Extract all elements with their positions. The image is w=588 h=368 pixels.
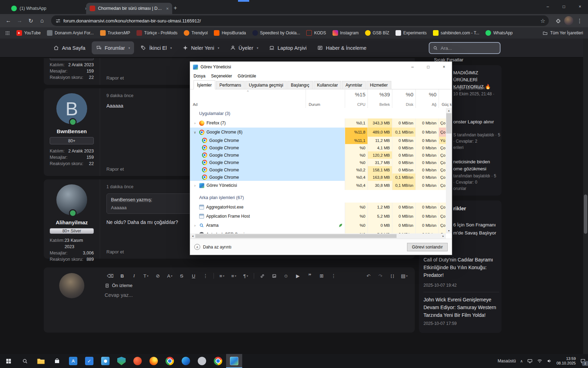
- list-icon[interactable]: ≡▾: [216, 272, 227, 280]
- page-scrollbar[interactable]: [583, 39, 588, 354]
- forum-search-input[interactable]: Ara...: [429, 42, 500, 54]
- bookmark-hepsiburada[interactable]: HepsiBurada: [214, 30, 246, 36]
- minimize-button[interactable]: –: [405, 62, 420, 72]
- taskbar-chrome-2[interactable]: [210, 354, 226, 368]
- apps-grid-icon[interactable]: [5, 30, 10, 36]
- italic-icon[interactable]: I: [128, 272, 140, 280]
- extensions-puzzle-icon[interactable]: [553, 16, 563, 26]
- taskbar-todo[interactable]: ✓: [81, 354, 97, 368]
- window-minimize-button[interactable]: –: [540, 0, 556, 13]
- bookmark-promods[interactable]: Türkçe - ProMods: [136, 30, 177, 36]
- image-icon[interactable]: [268, 272, 280, 280]
- menu-goruntule[interactable]: Görüntüle: [235, 74, 259, 79]
- tab-whatsapp[interactable]: (1) WhatsApp ×: [8, 3, 91, 14]
- collapse-icon[interactable]: ∨: [193, 130, 197, 134]
- bookmark-trendyol[interactable]: Trendyol: [184, 30, 208, 36]
- home-icon[interactable]: ⌂: [37, 16, 47, 26]
- tab-performans[interactable]: Performans: [216, 81, 245, 89]
- tab-islemler[interactable]: İşlemler: [194, 80, 215, 89]
- smiley-icon[interactable]: ☺: [280, 272, 292, 280]
- maximize-button[interactable]: □: [420, 62, 436, 72]
- bookmark-instagram[interactable]: Instagram: [332, 30, 359, 36]
- volume-icon[interactable]: [547, 358, 552, 364]
- nav-ikinci-el[interactable]: İkinci El ▾: [136, 41, 176, 54]
- nav-ana-sayfa[interactable]: Ana Sayfa: [49, 41, 90, 54]
- sidebar-teaser[interactable]: 6 İçin Son Fragmanı: [453, 222, 496, 229]
- scroll-left-icon[interactable]: ◄: [190, 233, 195, 239]
- bookmark-youtube[interactable]: ▶YouTube: [16, 30, 41, 36]
- reply-input[interactable]: Cevap yaz...: [105, 292, 410, 298]
- process-row[interactable]: › Arama %0 0 MB 0 MB/sn 0 Mb/sn Ço: [190, 221, 446, 230]
- process-row-child[interactable]: Google Chrome %0 31,7 MB 0 MB/sn 0 Mb/sn…: [190, 159, 446, 166]
- expander-icon[interactable]: ›: [193, 184, 197, 188]
- sidebar-item-title[interactable]: onster Laptop alınır: [453, 118, 502, 125]
- new-tab-button[interactable]: +: [171, 4, 180, 13]
- nav-laptop-arsivi[interactable]: Laptop Arşivi: [265, 41, 311, 54]
- bold-icon[interactable]: B: [117, 272, 128, 280]
- redo-icon[interactable]: ↷: [375, 272, 386, 280]
- quote-icon[interactable]: ”: [304, 272, 315, 280]
- end-task-button[interactable]: Görevi sonlandır: [407, 243, 448, 251]
- network-icon[interactable]: [537, 358, 542, 364]
- scrollbar-thumb[interactable]: [446, 113, 451, 134]
- nav-uyeler[interactable]: Üyeler ▾: [226, 41, 262, 54]
- scroll-up-icon[interactable]: ▲: [446, 108, 452, 113]
- address-bar[interactable]: forum.donanimarsivi.com/konu/chormedan-b…: [51, 15, 549, 26]
- close-button[interactable]: ×: [436, 62, 452, 72]
- process-row-child[interactable]: Google Chrome %0 4,1 MB 0 MB/sn 0 Mb/sn …: [190, 144, 446, 151]
- taskbar-app-gray[interactable]: [194, 354, 210, 368]
- scroll-right-icon[interactable]: ►: [441, 233, 446, 239]
- browser-menu-icon[interactable]: ⋮: [575, 16, 584, 26]
- process-row[interactable]: ›Autodesk CER Service %0 7,8 MB 0 MB/sn …: [190, 230, 446, 233]
- profile-avatar[interactable]: [564, 16, 573, 25]
- fewer-details-button[interactable]: ∧ Daha az ayrıntı: [194, 244, 231, 250]
- username[interactable]: Alihanyilmaz: [56, 219, 88, 225]
- column-power[interactable]: Güç k: [439, 89, 452, 108]
- layout-icon[interactable]: ▤▾: [399, 272, 410, 280]
- taskbar-chrome[interactable]: [162, 354, 178, 368]
- scroll-down-icon[interactable]: ▼: [446, 228, 452, 233]
- tune-icon[interactable]: [55, 18, 61, 23]
- bookmark-whatsapp[interactable]: WhatsApp: [485, 30, 512, 36]
- tab-kullanicilar[interactable]: Kullanıcılar: [314, 81, 341, 89]
- start-button[interactable]: [0, 354, 17, 368]
- taskbar-task-manager[interactable]: [226, 354, 242, 368]
- all-bookmarks-button[interactable]: Tüm Yer İşaretleri: [542, 30, 583, 36]
- quote-author[interactable]: BwnBensen yazmış:: [111, 197, 152, 202]
- process-row-child[interactable]: Google Chrome %0 120,2 MB 0 MB/sn 0 Mb/s…: [190, 151, 446, 159]
- news-item-title[interactable]: John Wick Evreni Genişlemeye Devam Ediyo…: [424, 296, 501, 319]
- news-item-title[interactable]: Call of Duty'nin Cadılar Bayramı Etkinli…: [424, 256, 499, 279]
- scrollbar-thumb[interactable]: [584, 195, 587, 234]
- underline-icon[interactable]: U: [188, 272, 199, 280]
- tab-baslangic[interactable]: Başlangıç: [287, 81, 313, 89]
- expander-icon[interactable]: ›: [193, 121, 197, 125]
- preview-button[interactable]: Ön izleme: [105, 283, 410, 288]
- sidebar-teaser[interactable]: m'de Savaş Başlıyor: [453, 230, 496, 237]
- hidden-icons-chevron[interactable]: ∧: [520, 359, 523, 363]
- undo-icon[interactable]: ↶: [363, 272, 374, 280]
- nav-haber-inceleme[interactable]: Haber & İnceleme: [313, 41, 371, 54]
- vertical-scrollbar[interactable]: ▲ ▼: [446, 108, 452, 233]
- process-row-child[interactable]: Google Chrome %11,1 11,2 MB 0 MB/sn 0 Mb…: [190, 137, 446, 144]
- process-row-child[interactable]: Google Chrome %0,4 163,8 MB 0,1 MB/sn 0 …: [190, 173, 446, 181]
- avatar[interactable]: [59, 273, 84, 298]
- text-color-icon[interactable]: A▾: [164, 272, 175, 280]
- taskbar-defender[interactable]: [113, 354, 130, 368]
- taskbar-file-explorer[interactable]: [33, 354, 49, 368]
- taskbar-edge[interactable]: [178, 354, 194, 368]
- table-icon[interactable]: ⊞: [316, 272, 327, 280]
- nav-forumlar[interactable]: Forumlar ▾: [92, 41, 134, 54]
- scrollbar-thumb[interactable]: [195, 234, 397, 238]
- font-size-icon[interactable]: T▾: [140, 272, 152, 280]
- column-cpu[interactable]: %15CPU: [345, 89, 368, 108]
- more-insert-icon[interactable]: ⋮: [328, 272, 339, 280]
- code-icon[interactable]: [ ]: [387, 272, 398, 280]
- tab-close-icon[interactable]: ×: [166, 6, 169, 11]
- action-center-button[interactable]: 2: [580, 358, 586, 364]
- taskbar-photos[interactable]: [97, 354, 113, 368]
- bookmark-gsb[interactable]: GSB BİZ: [365, 30, 389, 36]
- reload-icon[interactable]: ↻: [26, 16, 36, 26]
- bookmark-truckersmp[interactable]: TruckersMP: [100, 30, 130, 36]
- link-icon[interactable]: [257, 272, 268, 280]
- tab-hizmetler[interactable]: Hizmetler: [366, 81, 391, 89]
